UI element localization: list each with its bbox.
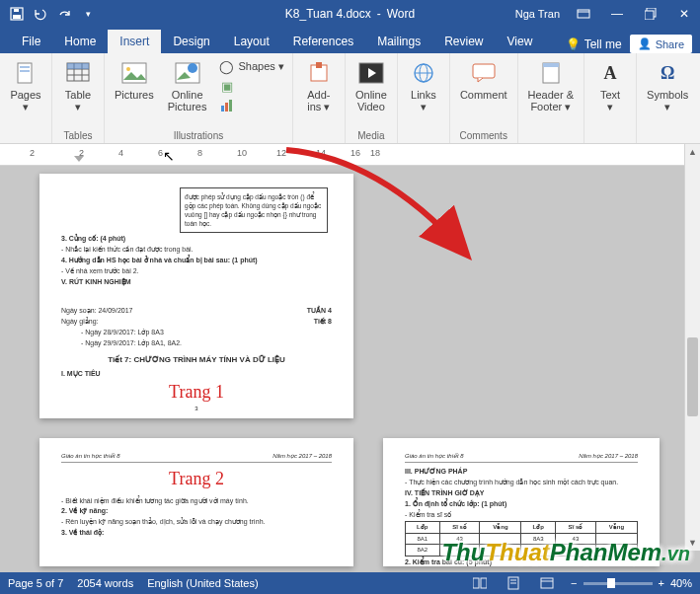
svg-rect-24 xyxy=(316,62,322,68)
video-icon xyxy=(357,59,385,87)
page-indicator[interactable]: Page 5 of 7 xyxy=(8,577,63,589)
group-links: Links▾ xyxy=(398,53,450,143)
group-tables: Table▾ Tables xyxy=(52,53,105,143)
online-pictures-button[interactable]: Online Pictures xyxy=(164,57,211,114)
group-media: Online Video Media xyxy=(346,53,398,143)
read-mode-icon[interactable] xyxy=(470,577,490,589)
scroll-track[interactable] xyxy=(685,160,700,535)
pages-button[interactable]: Pages▾ xyxy=(6,57,45,114)
document-area[interactable]: được phép sử dụng cặp dấu ngoặc tròn () … xyxy=(0,166,700,572)
tab-home[interactable]: Home xyxy=(52,30,108,53)
smartart-icon: ▣ xyxy=(219,78,235,94)
svg-point-17 xyxy=(126,67,130,71)
tab-file[interactable]: File xyxy=(10,30,52,53)
tab-insert[interactable]: Insert xyxy=(108,30,161,53)
tell-me[interactable]: 💡 Tell me xyxy=(566,37,622,51)
group-pages: Pages▾ xyxy=(0,53,52,143)
addins-icon xyxy=(305,59,333,87)
ribbon-tabs: File Home Insert Design Layout Reference… xyxy=(0,28,700,53)
tab-view[interactable]: View xyxy=(496,30,545,53)
annotation-trang2: Trang 2 xyxy=(61,467,332,491)
svg-rect-20 xyxy=(221,106,224,111)
svg-rect-9 xyxy=(20,70,30,72)
scroll-thumb[interactable] xyxy=(687,337,698,416)
zoom-slider[interactable] xyxy=(583,582,653,585)
tab-design[interactable]: Design xyxy=(161,30,221,53)
header-footer-icon xyxy=(537,59,565,87)
comment-icon xyxy=(470,59,498,87)
window-controls: Nga Tran — ✕ xyxy=(509,0,700,28)
symbols-button[interactable]: Ω Symbols▾ xyxy=(643,57,692,114)
online-video-button[interactable]: Online Video xyxy=(351,57,391,114)
svg-point-19 xyxy=(188,63,197,73)
tab-mailings[interactable]: Mailings xyxy=(365,30,432,53)
save-icon[interactable] xyxy=(6,3,28,25)
group-text: A Text▾ xyxy=(584,53,637,143)
app-name: Word xyxy=(387,7,415,21)
tab-references[interactable]: References xyxy=(281,30,365,53)
web-layout-icon[interactable] xyxy=(537,577,557,589)
redo-icon[interactable] xyxy=(53,3,75,25)
svg-rect-2 xyxy=(14,9,19,12)
zoom-out-button[interactable]: − xyxy=(571,577,577,589)
user-name[interactable]: Nga Tran xyxy=(509,8,566,20)
svg-rect-21 xyxy=(225,103,228,111)
smartart-button[interactable]: ▣ xyxy=(217,77,286,95)
pictures-icon xyxy=(120,59,148,87)
table-icon xyxy=(64,59,92,87)
lightbulb-icon: 💡 xyxy=(566,37,581,51)
minimize-icon[interactable]: — xyxy=(601,0,633,28)
zoom-in-button[interactable]: + xyxy=(659,577,664,589)
group-addins: Add- ins ▾ xyxy=(293,53,346,143)
quick-access-toolbar: ▾ xyxy=(0,3,99,25)
share-button[interactable]: 👤 Share xyxy=(630,35,692,53)
watermark: ThuThuatPhanMem.vn xyxy=(441,539,690,566)
group-symbols: Ω Symbols▾ xyxy=(637,53,698,143)
tab-layout[interactable]: Layout xyxy=(222,30,281,53)
header-footer-button[interactable]: Header & Footer ▾ xyxy=(524,57,578,114)
tab-review[interactable]: Review xyxy=(432,30,495,53)
language-indicator[interactable]: English (United States) xyxy=(147,577,259,589)
chart-icon xyxy=(219,98,235,113)
undo-icon[interactable] xyxy=(30,3,51,25)
online-pictures-icon xyxy=(174,59,201,87)
ribbon: Pages▾ Table▾ Tables Pictures Online Pic… xyxy=(0,53,700,144)
document-page[interactable]: được phép sử dụng cặp dấu ngoặc tròn () … xyxy=(39,174,353,418)
comment-button[interactable]: Comment xyxy=(456,57,511,103)
close-icon[interactable]: ✕ xyxy=(668,0,700,28)
group-headerfooter: Header & Footer ▾ xyxy=(518,53,584,143)
mouse-cursor-icon: ↖ xyxy=(163,148,175,164)
restore-icon[interactable] xyxy=(635,0,666,28)
horizontal-ruler[interactable]: 2 2 4 6 8 10 12 14 16 18 ↖ xyxy=(0,144,700,166)
zoom-level[interactable]: 40% xyxy=(670,577,692,589)
document-title: K8_Tuan 4.docx - Word xyxy=(285,7,415,21)
chart-button[interactable] xyxy=(217,97,286,114)
svg-rect-8 xyxy=(20,66,30,68)
text-box[interactable]: được phép sử dụng cặp dấu ngoặc tròn () … xyxy=(180,187,328,233)
group-illustrations: Pictures Online Pictures ◯Shapes ▾ ▣ Ill… xyxy=(105,53,293,143)
status-bar: Page 5 of 7 2054 words English (United S… xyxy=(0,572,700,594)
zoom-control: − + 40% xyxy=(571,577,692,589)
pictures-button[interactable]: Pictures xyxy=(111,57,158,103)
vertical-scrollbar[interactable]: ▲ ▼ xyxy=(684,144,700,551)
document-page[interactable]: Giáo án tin học thiết 8Năm học 2017 – 20… xyxy=(39,438,353,566)
svg-rect-6 xyxy=(645,11,654,20)
table-button[interactable]: Table▾ xyxy=(58,57,98,114)
svg-rect-31 xyxy=(543,63,559,67)
shapes-button[interactable]: ◯Shapes ▾ xyxy=(217,57,286,75)
scroll-up-icon[interactable]: ▲ xyxy=(685,144,700,160)
filename: K8_Tuan 4.docx xyxy=(285,7,371,21)
svg-rect-33 xyxy=(481,578,487,588)
qat-customize-icon[interactable]: ▾ xyxy=(77,3,99,25)
svg-rect-3 xyxy=(578,10,589,18)
word-count[interactable]: 2054 words xyxy=(77,577,133,589)
print-layout-icon[interactable] xyxy=(504,576,523,590)
ribbon-display-icon[interactable] xyxy=(568,0,599,28)
links-button[interactable]: Links▾ xyxy=(404,57,443,114)
zoom-slider-thumb[interactable] xyxy=(607,578,615,588)
indent-marker-icon[interactable] xyxy=(74,156,84,166)
group-label: Tables xyxy=(64,128,93,143)
group-label xyxy=(25,128,28,143)
addins-button[interactable]: Add- ins ▾ xyxy=(299,57,339,114)
text-button[interactable]: A Text▾ xyxy=(590,57,630,114)
